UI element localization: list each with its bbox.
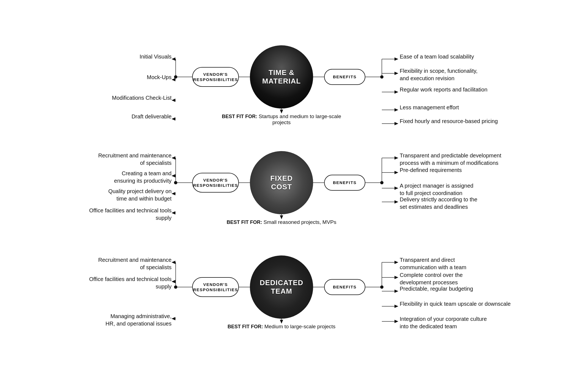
svg-marker-69	[172, 280, 175, 283]
right-item-time-material-0: Ease of a team load scalability	[400, 53, 515, 60]
right-pill-fixed-cost: BENEFITS	[324, 175, 365, 191]
svg-marker-42	[172, 192, 175, 195]
svg-marker-24	[394, 108, 398, 112]
svg-marker-18	[394, 57, 398, 61]
right-item-time-material-3: Less management effort	[400, 104, 515, 111]
svg-marker-7	[172, 78, 175, 81]
svg-marker-29	[280, 110, 283, 113]
right-item-fixed-cost-2: A project manager is assignedto full pro…	[400, 182, 515, 197]
svg-point-1	[174, 75, 177, 79]
right-item-dedicated-team-1: Complete control over thedevelopment pro…	[400, 271, 515, 286]
diagram-container: TIME &MATERIALVENDOR'SRESPONSIBILITIESBE…	[0, 23, 563, 380]
right-item-dedicated-team-3: Flexibility in quick team upscale or dow…	[400, 300, 515, 308]
circle-dedicated-team: DEDICATEDTEAM	[250, 255, 313, 319]
svg-marker-83	[394, 305, 398, 308]
svg-marker-52	[394, 171, 398, 174]
right-pill-time-material: BENEFITS	[324, 69, 365, 85]
right-item-dedicated-team-2: Predictable, regular budgeting	[400, 285, 515, 293]
svg-marker-56	[394, 200, 398, 204]
left-pill-time-material: VENDOR'SRESPONSIBILITIES	[192, 67, 239, 87]
left-item-fixed-cost-1: Creating a team andensuring its producti…	[78, 170, 172, 185]
svg-marker-10	[172, 99, 175, 102]
svg-marker-36	[172, 156, 175, 160]
svg-marker-39	[172, 174, 175, 177]
svg-marker-45	[172, 211, 175, 215]
svg-marker-72	[172, 317, 175, 320]
right-item-dedicated-team-0: Transparent and directcommunication with…	[400, 256, 515, 271]
left-item-fixed-cost-0: Recruitment and maintenanceof specialist…	[78, 152, 172, 167]
left-item-dedicated-team-1: Office facilities and technical tools su…	[78, 276, 172, 290]
svg-point-33	[174, 181, 177, 184]
best-fit-time-material: BEST FIT FOR: Startups and medium to lar…	[213, 113, 350, 126]
left-item-dedicated-team-3: Managing administrative,HR, and operatio…	[78, 313, 172, 327]
right-item-time-material-1: Flexibility in scope, functionality,and …	[400, 67, 515, 82]
svg-marker-50	[394, 156, 398, 160]
circle-label-time-material: TIME &MATERIAL	[260, 68, 303, 85]
left-pill-dedicated-team: VENDOR'SRESPONSIBILITIES	[192, 277, 239, 297]
svg-marker-4	[172, 57, 175, 61]
circle-time-material: TIME &MATERIAL	[250, 45, 313, 109]
right-item-fixed-cost-3: Delivery strictly according to theset es…	[400, 196, 515, 211]
right-pill-dedicated-team: BENEFITS	[324, 279, 365, 295]
svg-marker-22	[394, 90, 398, 94]
circle-label-dedicated-team: DEDICATEDTEAM	[257, 279, 306, 296]
svg-marker-77	[394, 261, 398, 264]
left-pill-fixed-cost: VENDOR'SRESPONSIBILITIES	[192, 173, 239, 193]
svg-point-16	[380, 75, 383, 79]
best-fit-dedicated-team: BEST FIT FOR: Medium to large-scale proj…	[213, 324, 350, 330]
right-item-dedicated-team-4: Integration of your corporate cultureint…	[400, 315, 515, 330]
svg-marker-85	[394, 320, 398, 323]
circle-label-fixed-cost: FIXEDCOST	[267, 174, 296, 191]
left-item-time-material-1: Mock-Ups	[78, 74, 172, 81]
right-item-time-material-4: Fixed hourly and resource-based pricing	[400, 118, 515, 125]
page-title	[0, 0, 563, 23]
svg-marker-54	[394, 187, 398, 190]
svg-marker-13	[172, 117, 175, 121]
svg-point-63	[174, 285, 177, 289]
svg-marker-26	[394, 122, 398, 125]
left-item-dedicated-team-0: Recruitment and maintenanceof specialist…	[78, 256, 172, 271]
left-item-fixed-cost-2: Quality project delivery ontime and with…	[78, 188, 172, 202]
left-item-time-material-0: Initial Visuals	[78, 53, 172, 60]
svg-point-48	[380, 181, 383, 184]
right-item-fixed-cost-1: Pre-defined requirements	[400, 166, 515, 174]
circle-fixed-cost: FIXEDCOST	[250, 151, 313, 214]
svg-marker-59	[280, 215, 283, 219]
svg-marker-20	[394, 72, 398, 75]
svg-marker-66	[172, 261, 175, 264]
best-fit-fixed-cost: BEST FIT FOR: Small reasoned projects, M…	[213, 219, 350, 225]
left-item-time-material-3: Draft deliverable	[78, 113, 172, 120]
svg-point-75	[380, 285, 383, 289]
left-item-time-material-2: Modifications Check-List	[78, 94, 172, 102]
right-item-fixed-cost-0: Transparent and predictable developmentp…	[400, 152, 515, 167]
svg-marker-79	[394, 276, 398, 279]
svg-marker-81	[394, 290, 398, 293]
svg-marker-88	[280, 320, 283, 324]
right-item-time-material-2: Regular work reports and facilitation	[400, 86, 515, 93]
left-item-fixed-cost-3: Office facilities and technical tools su…	[78, 207, 172, 222]
